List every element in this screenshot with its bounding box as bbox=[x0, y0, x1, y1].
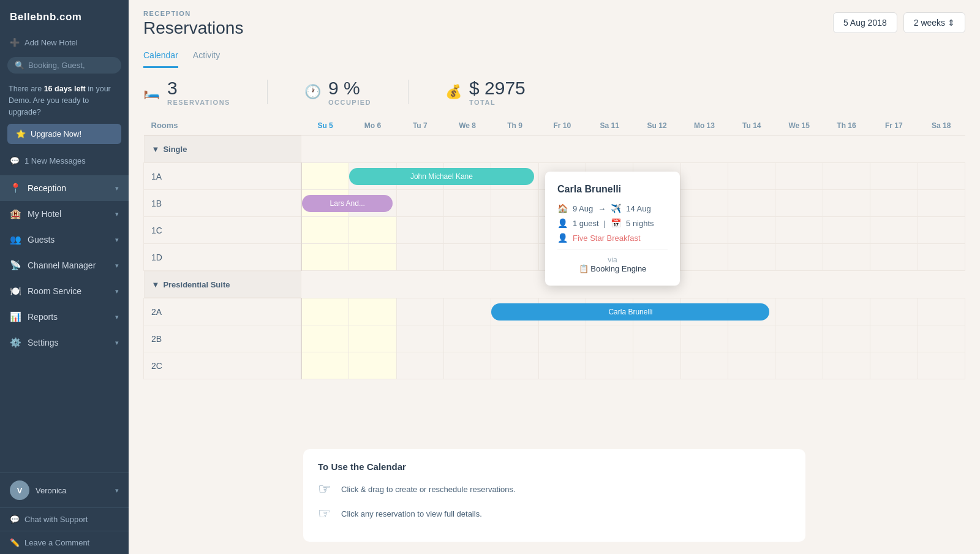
cell-2a-fr17[interactable] bbox=[870, 298, 918, 325]
cell-1c-fr17[interactable] bbox=[870, 217, 918, 244]
cell-2b-fr10[interactable] bbox=[538, 325, 586, 352]
cell-1d-fr17[interactable] bbox=[870, 244, 918, 271]
cell-1b-tu7[interactable] bbox=[396, 190, 443, 217]
cell-1c-th16[interactable] bbox=[823, 217, 870, 244]
cell-2a-tu7[interactable] bbox=[396, 298, 443, 325]
popup-amenity[interactable]: 👤 Five Star Breakfast bbox=[557, 233, 668, 243]
cell-1c-we8[interactable] bbox=[443, 217, 491, 244]
sidebar-item-reports[interactable]: 📊 Reports ▾ bbox=[0, 304, 129, 330]
cell-2c-fr10[interactable] bbox=[538, 352, 586, 379]
cell-2b-mo13[interactable] bbox=[680, 325, 728, 352]
reservation-lars[interactable]: Lars And... bbox=[302, 195, 393, 212]
cell-2c-su12[interactable] bbox=[633, 352, 680, 379]
cell-1d-th16[interactable] bbox=[823, 244, 870, 271]
cell-1b-we15[interactable] bbox=[775, 190, 823, 217]
user-row[interactable]: V Veronica ▾ bbox=[0, 473, 129, 507]
tab-activity[interactable]: Activity bbox=[193, 45, 220, 68]
sidebar-item-reception[interactable]: 📍 Reception ▾ bbox=[0, 175, 129, 201]
cell-2a-su5[interactable] bbox=[301, 298, 349, 325]
cell-2b-mo6[interactable] bbox=[349, 325, 396, 352]
cell-1d-tu7[interactable] bbox=[396, 244, 443, 271]
cell-1b-tu14[interactable] bbox=[728, 190, 775, 217]
cell-2b-tu7[interactable] bbox=[396, 325, 443, 352]
cell-2b-th9[interactable] bbox=[491, 325, 538, 352]
cell-1a-su5[interactable] bbox=[301, 163, 349, 190]
cell-1b-sa18[interactable] bbox=[918, 190, 965, 217]
cell-1d-tu14[interactable] bbox=[728, 244, 775, 271]
cell-1d-we15[interactable] bbox=[775, 244, 823, 271]
cell-1c-sa18[interactable] bbox=[918, 217, 965, 244]
cell-2c-sa11[interactable] bbox=[586, 352, 633, 379]
cell-1b-mo13[interactable] bbox=[680, 190, 728, 217]
sidebar-item-room-service[interactable]: 🍽️ Room Service ▾ bbox=[0, 278, 129, 304]
cell-1c-we15[interactable] bbox=[775, 217, 823, 244]
popup-amenity-link[interactable]: Five Star Breakfast bbox=[573, 233, 641, 243]
cell-1c-tu14[interactable] bbox=[728, 217, 775, 244]
cell-2b-we15[interactable] bbox=[775, 325, 823, 352]
cell-2a-we15[interactable] bbox=[775, 298, 823, 325]
cell-2c-tu14[interactable] bbox=[728, 352, 775, 379]
sidebar-item-my-hotel[interactable]: 🏨 My Hotel ▾ bbox=[0, 201, 129, 227]
cell-1b-fr17[interactable] bbox=[870, 190, 918, 217]
cell-2b-th16[interactable] bbox=[823, 325, 870, 352]
collapse-icon[interactable]: ▼ bbox=[152, 145, 160, 154]
date-picker[interactable]: 5 Aug 2018 bbox=[833, 12, 897, 33]
cell-2c-mo13[interactable] bbox=[680, 352, 728, 379]
cell-2a-mo6[interactable] bbox=[349, 298, 396, 325]
cell-1c-mo13[interactable] bbox=[680, 217, 728, 244]
search-bar[interactable]: 🔍 Booking, Guest, bbox=[7, 57, 121, 74]
cell-1b-th9[interactable] bbox=[491, 190, 538, 217]
cell-1a-th16[interactable] bbox=[823, 163, 870, 190]
upgrade-button[interactable]: ⭐ Upgrade Now! bbox=[7, 124, 121, 144]
cell-2a-th16[interactable] bbox=[823, 298, 870, 325]
add-hotel-button[interactable]: ➕ Add New Hotel bbox=[0, 32, 129, 53]
cell-2b-sa18[interactable] bbox=[918, 325, 965, 352]
cell-1b-th16[interactable] bbox=[823, 190, 870, 217]
cell-2c-we15[interactable] bbox=[775, 352, 823, 379]
cell-2c-fr17[interactable] bbox=[870, 352, 918, 379]
cell-1d-we8[interactable] bbox=[443, 244, 491, 271]
tab-calendar[interactable]: Calendar bbox=[143, 45, 178, 68]
cell-1b-su5[interactable]: Lars And... bbox=[301, 190, 349, 217]
cell-1d-th9[interactable] bbox=[491, 244, 538, 271]
cell-1a-fr17[interactable] bbox=[870, 163, 918, 190]
cell-1d-mo6[interactable] bbox=[349, 244, 396, 271]
cell-2b-tu14[interactable] bbox=[728, 325, 775, 352]
cell-2a-we8[interactable] bbox=[443, 298, 491, 325]
cell-2c-we8[interactable] bbox=[443, 352, 491, 379]
cell-2a-th9[interactable]: Carla Brunelli bbox=[491, 298, 538, 325]
cell-1c-mo6[interactable] bbox=[349, 217, 396, 244]
cell-1a-we15[interactable] bbox=[775, 163, 823, 190]
cell-1a-mo6[interactable]: John Michael Kane bbox=[349, 163, 396, 190]
sidebar-item-settings[interactable]: ⚙️ Settings ▾ bbox=[0, 330, 129, 355]
sidebar-item-guests[interactable]: 👥 Guests ▾ bbox=[0, 227, 129, 252]
collapse-icon[interactable]: ▼ bbox=[152, 280, 160, 289]
period-picker[interactable]: 2 weeks ⇕ bbox=[903, 12, 965, 33]
cell-1a-sa18[interactable] bbox=[918, 163, 965, 190]
cell-2b-sa11[interactable] bbox=[586, 325, 633, 352]
cell-2b-su12[interactable] bbox=[633, 325, 680, 352]
cell-2c-sa18[interactable] bbox=[918, 352, 965, 379]
cell-2b-su5[interactable] bbox=[301, 325, 349, 352]
cell-1c-tu7[interactable] bbox=[396, 217, 443, 244]
leave-comment-button[interactable]: ✏️ Leave a Comment bbox=[0, 531, 129, 554]
cell-1c-su5[interactable] bbox=[301, 217, 349, 244]
cell-1d-sa18[interactable] bbox=[918, 244, 965, 271]
cell-1b-we8[interactable] bbox=[443, 190, 491, 217]
cell-2b-fr17[interactable] bbox=[870, 325, 918, 352]
cell-2c-th9[interactable] bbox=[491, 352, 538, 379]
cell-2c-tu7[interactable] bbox=[396, 352, 443, 379]
cell-1a-tu14[interactable] bbox=[728, 163, 775, 190]
cell-1d-su5[interactable] bbox=[301, 244, 349, 271]
cell-1d-mo13[interactable] bbox=[680, 244, 728, 271]
cell-2c-th16[interactable] bbox=[823, 352, 870, 379]
messages-badge[interactable]: 💬 1 New Messages bbox=[7, 153, 121, 169]
reservation-john[interactable]: John Michael Kane bbox=[349, 168, 533, 185]
cell-1c-th9[interactable] bbox=[491, 217, 538, 244]
cell-2c-su5[interactable] bbox=[301, 352, 349, 379]
cell-1a-mo13[interactable] bbox=[680, 163, 728, 190]
cell-2c-mo6[interactable] bbox=[349, 352, 396, 379]
cell-2a-sa18[interactable] bbox=[918, 298, 965, 325]
chat-support-button[interactable]: 💬 Chat with Support bbox=[0, 507, 129, 531]
reservation-carla[interactable]: Carla Brunelli bbox=[491, 303, 769, 321]
